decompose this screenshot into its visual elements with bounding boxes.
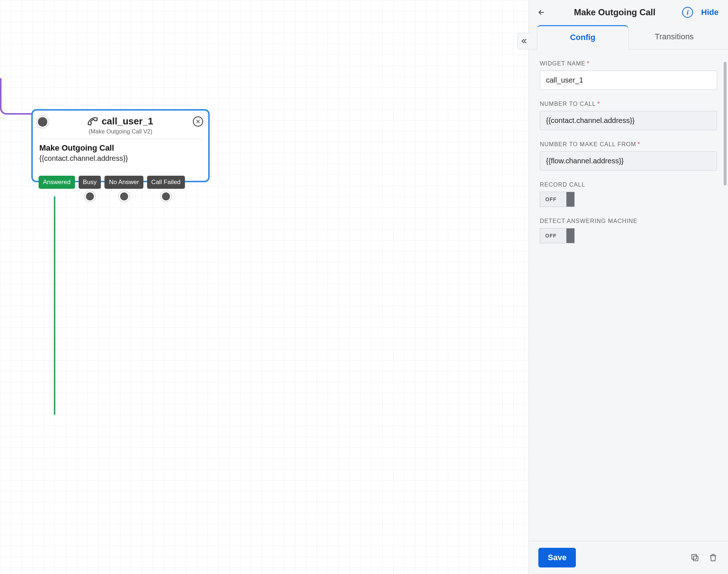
widget-outcomes: Answered Busy No Answer Call Failed xyxy=(39,176,185,189)
info-icon: i xyxy=(687,9,689,16)
toggle-value: OFF xyxy=(540,196,557,202)
info-button[interactable]: i xyxy=(682,7,693,18)
outcome-call-failed[interactable]: Call Failed xyxy=(147,176,185,189)
panel-header: Make Outgoing Call i Hide xyxy=(529,0,728,25)
panel-footer: Save xyxy=(529,541,728,574)
toggle-record-call[interactable]: OFF xyxy=(540,192,575,207)
arrow-left-icon xyxy=(537,8,545,16)
config-panel: Make Outgoing Call i Hide Config Transit… xyxy=(529,0,728,574)
hide-button[interactable]: Hide xyxy=(701,8,719,17)
outcome-label: Busy xyxy=(83,179,97,186)
divider xyxy=(39,139,202,139)
outcome-answered[interactable]: Answered xyxy=(39,176,75,189)
toggle-knob xyxy=(566,228,574,243)
tab-transitions[interactable]: Transitions xyxy=(629,25,720,49)
copy-icon xyxy=(690,553,700,562)
back-button[interactable] xyxy=(535,7,547,18)
outcome-busy[interactable]: Busy xyxy=(79,176,101,189)
delete-button[interactable] xyxy=(708,552,719,563)
close-icon xyxy=(195,119,201,124)
tab-config[interactable]: Config xyxy=(537,25,629,49)
widget-header: call_user_1 xyxy=(33,111,208,128)
panel-collapse-button[interactable] xyxy=(517,33,530,49)
panel-tabs: Config Transitions xyxy=(529,25,728,49)
outcome-no-answer[interactable]: No Answer xyxy=(104,176,143,189)
config-form[interactable]: WIDGET NAME* NUMBER TO CALL* NUMBER TO M… xyxy=(529,49,728,541)
toggle-value: OFF xyxy=(540,233,557,239)
outcome-label: Call Failed xyxy=(151,179,181,186)
phone-icon xyxy=(88,116,98,127)
outcome-label: Answered xyxy=(43,179,71,186)
widget-action-title: Make Outgoing Call xyxy=(39,143,202,153)
toggle-knob xyxy=(566,192,574,207)
duplicate-button[interactable] xyxy=(689,552,700,563)
widget-card[interactable]: call_user_1 (Make Outgoing Call V2) Make… xyxy=(31,109,210,182)
widget-close-button[interactable] xyxy=(193,116,203,127)
label-record-call: RECORD CALL xyxy=(540,182,717,188)
svg-rect-1 xyxy=(692,554,696,559)
connector-answered xyxy=(54,196,55,415)
save-button[interactable]: Save xyxy=(538,548,576,567)
widget-type-label: (Make Outgoing Call V2) xyxy=(33,128,208,139)
scrollbar[interactable] xyxy=(724,62,727,186)
trash-icon xyxy=(708,553,718,562)
widget-action-expression: {{contact.channel.address}} xyxy=(39,154,202,163)
outcome-port[interactable] xyxy=(120,192,128,200)
widget-title: call_user_1 xyxy=(102,116,153,127)
input-number-from[interactable] xyxy=(540,151,717,171)
svg-rect-0 xyxy=(693,556,698,561)
toggle-detect-answering-machine[interactable]: OFF xyxy=(540,228,575,243)
input-widget-name[interactable] xyxy=(540,71,717,90)
label-detect-answering-machine: DETECT ANSWERING MACHINE xyxy=(540,218,717,224)
label-widget-name: WIDGET NAME* xyxy=(540,60,717,67)
chevron-double-left-icon xyxy=(521,37,528,45)
input-number-to-call[interactable] xyxy=(540,111,717,130)
label-number-to-call: NUMBER TO CALL* xyxy=(540,101,717,107)
label-number-from: NUMBER TO MAKE CALL FROM* xyxy=(540,141,717,148)
outcome-label: No Answer xyxy=(109,179,139,186)
panel-title: Make Outgoing Call xyxy=(547,7,682,17)
outcome-port[interactable] xyxy=(162,192,170,200)
outcome-port[interactable] xyxy=(86,192,94,200)
